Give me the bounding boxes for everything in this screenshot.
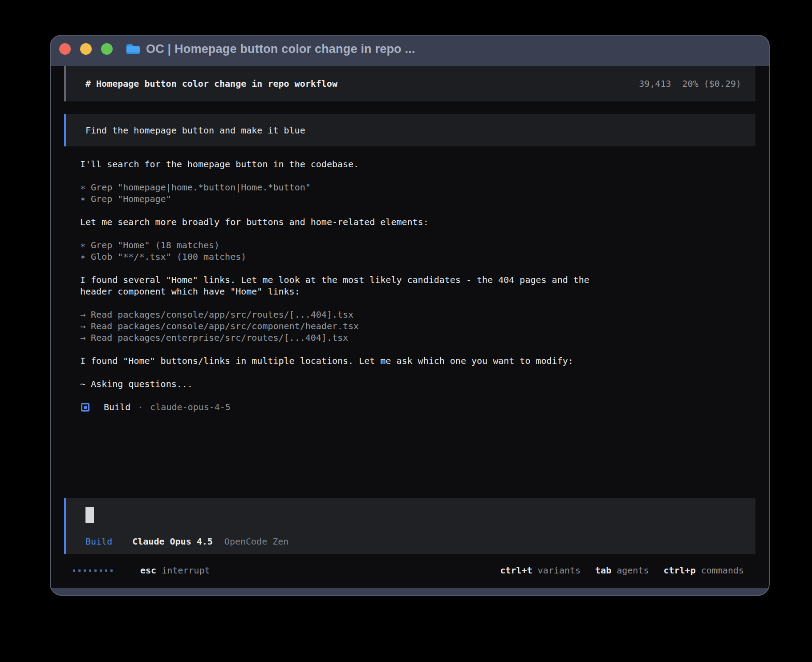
agent-status-line: Build · claude-opus-4-5 — [80, 401, 755, 413]
prompt-input[interactable]: Build Claude Opus 4.5 OpenCode Zen — [64, 498, 755, 554]
ctrl-t-key: ctrl+t — [500, 565, 532, 576]
window-title: OC | Homepage button color change in rep… — [146, 42, 415, 56]
tool-call-read: → Read packages/console/app/src/routes/[… — [80, 309, 755, 320]
tool-call-read: → Read packages/enterprise/src/routes/[.… — [80, 332, 755, 343]
agent-model: claude-opus-4-5 — [150, 401, 231, 413]
token-count: 39,413 — [639, 78, 671, 89]
terminal-pane[interactable]: # Homepage button color change in repo w… — [51, 66, 769, 588]
tab-key: tab — [595, 565, 611, 576]
session-stats: 39,413 20% ($0.29) — [639, 78, 741, 89]
model-label[interactable]: Claude Opus 4.5 — [132, 536, 213, 547]
commands-shortcut[interactable]: ctrl+p commands — [663, 565, 744, 576]
titlebar[interactable]: OC | Homepage button color change in rep… — [51, 36, 769, 62]
assistant-text: I'll search for the homepage button in t… — [80, 158, 755, 170]
build-badge-icon — [81, 403, 89, 412]
agents-shortcut[interactable]: tab agents — [595, 565, 649, 576]
context-usage: 20% ($0.29) — [682, 78, 741, 89]
folder-icon — [126, 43, 140, 55]
title-group: OC | Homepage button color change in rep… — [126, 42, 415, 56]
assistant-text: header component which have "Home" links… — [80, 286, 755, 297]
tool-call-grep: ∗ Grep "Home" (18 matches) — [80, 239, 755, 251]
footer-left: esc interrupt — [73, 565, 210, 576]
ctrl-p-key: ctrl+p — [663, 565, 695, 576]
session-title: # Homepage button color change in repo w… — [85, 78, 337, 89]
text-cursor — [85, 507, 94, 523]
user-message: Find the homepage button and make it blu… — [64, 114, 755, 146]
user-message-text: Find the homepage button and make it blu… — [85, 125, 305, 136]
traffic-lights — [59, 43, 113, 55]
separator-dot: · — [138, 401, 143, 413]
mode-label[interactable]: Build — [85, 536, 112, 547]
tool-call-grep: ∗ Grep "Homepage" — [80, 193, 755, 205]
esc-key: esc — [140, 565, 156, 576]
terminal-window: OC | Homepage button color change in rep… — [50, 35, 770, 596]
zoom-button[interactable] — [101, 43, 113, 55]
session-header: # Homepage button color change in repo w… — [64, 66, 755, 101]
provider-label: OpenCode Zen — [224, 536, 289, 547]
assistant-status: ~ Asking questions... — [80, 378, 755, 390]
tool-call-read: → Read packages/console/app/src/componen… — [80, 320, 755, 332]
assistant-text: Let me search more broadly for buttons a… — [80, 216, 755, 228]
input-status-bar: Build Claude Opus 4.5 OpenCode Zen — [85, 536, 741, 547]
tool-call-glob: ∗ Glob "**/*.tsx" (100 matches) — [80, 251, 755, 262]
variants-shortcut[interactable]: ctrl+t variants — [500, 565, 581, 576]
variants-label: variants — [538, 565, 581, 576]
tool-call-grep: ∗ Grep "homepage|home.*button|Home.*butt… — [80, 182, 755, 193]
close-button[interactable] — [59, 43, 71, 55]
assistant-text: I found several "Home" links. Let me loo… — [80, 274, 755, 286]
footer-shortcuts: ctrl+t variants tab agents ctrl+p comman… — [500, 565, 744, 576]
conversation: I'll search for the homepage button in t… — [64, 158, 755, 413]
agent-name: Build — [104, 401, 130, 413]
assistant-text: I found "Home" buttons/links in multiple… — [80, 355, 755, 367]
interrupt-shortcut[interactable]: esc interrupt — [140, 565, 210, 576]
interrupt-label: interrupt — [162, 565, 210, 576]
minimize-button[interactable] — [80, 43, 92, 55]
spinner-dots-icon — [73, 569, 113, 572]
commands-label: commands — [701, 565, 744, 576]
status-footer: esc interrupt ctrl+t variants tab agents… — [73, 564, 744, 577]
agents-label: agents — [617, 565, 649, 576]
